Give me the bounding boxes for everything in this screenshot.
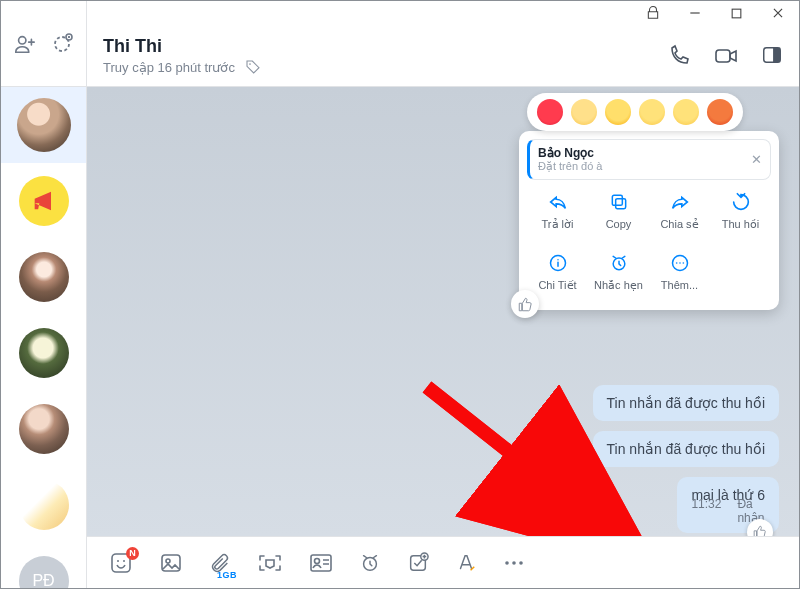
contact-card-icon[interactable] (309, 553, 333, 573)
svg-rect-22 (311, 555, 331, 571)
svg-rect-8 (612, 195, 622, 205)
attach-badge: 1GB (217, 570, 237, 580)
video-call-icon[interactable] (713, 44, 739, 68)
window-controls (87, 1, 799, 25)
menu-share[interactable]: Chia sẻ (649, 180, 710, 241)
create-group-icon[interactable] (50, 32, 74, 56)
svg-rect-4 (716, 50, 730, 62)
context-menu-grid: Trả lời Copy Chia sẻ Thu hồi Chi Tiết Nh… (527, 180, 771, 302)
svg-point-3 (249, 63, 251, 65)
contact-item-7[interactable]: PĐ (1, 543, 86, 588)
task-icon[interactable] (407, 552, 429, 574)
avatar: PĐ (19, 556, 69, 588)
avatar (17, 98, 71, 152)
copy-icon (607, 190, 631, 214)
tag-icon[interactable] (245, 59, 261, 75)
rail-top-actions (1, 1, 86, 87)
image-icon[interactable] (159, 551, 183, 575)
avatar (19, 176, 69, 226)
last-seen-text: Truy cập 16 phút trước (103, 60, 235, 75)
lock-icon[interactable] (646, 6, 660, 20)
quote-text: Đặt trên đó à (538, 160, 602, 173)
main-column: Thi Thi Truy cập 16 phút trước (87, 1, 799, 588)
svg-point-19 (123, 560, 125, 562)
app-window: PĐ Thi Thi Truy cập 16 phút trước (0, 0, 800, 589)
close-icon[interactable] (771, 6, 785, 20)
contact-item-1[interactable] (1, 87, 86, 163)
sticker-badge: N (126, 547, 139, 560)
svg-point-14 (682, 262, 684, 264)
attach-icon[interactable]: 1GB (209, 552, 231, 574)
more-icon (668, 251, 692, 275)
message-column: Tin nhắn đã được thu hồi Tin nhắn đã đượ… (593, 385, 779, 533)
menu-like-icon[interactable] (511, 290, 539, 318)
recalled-message[interactable]: Tin nhắn đã được thu hồi (593, 385, 779, 421)
maximize-icon[interactable] (730, 7, 743, 20)
avatar (19, 252, 69, 302)
menu-detail[interactable]: Chi Tiết (527, 241, 588, 302)
svg-point-13 (679, 262, 681, 264)
recall-icon (729, 190, 753, 214)
contact-item-3[interactable] (1, 239, 86, 315)
left-rail: PĐ (1, 1, 87, 588)
svg-rect-20 (162, 555, 180, 571)
contact-list: PĐ (1, 87, 86, 588)
menu-copy[interactable]: Copy (588, 180, 649, 241)
alarm-icon (607, 251, 631, 275)
reaction-bar (527, 93, 743, 131)
chat-area: Bảo Ngọc Đặt trên đó à ✕ Trả lời Copy Ch… (87, 87, 799, 536)
svg-point-30 (519, 561, 523, 565)
reaction-angry-icon[interactable] (707, 99, 733, 125)
screenshot-icon[interactable] (257, 552, 283, 574)
chat-subtitle: Truy cập 16 phút trước (103, 59, 651, 75)
composer-bar: N 1GB (87, 536, 799, 588)
minimize-icon[interactable] (688, 6, 702, 20)
menu-reply[interactable]: Trả lời (527, 180, 588, 241)
header-actions (667, 44, 783, 68)
voice-call-icon[interactable] (667, 44, 691, 68)
svg-point-23 (315, 558, 320, 563)
avatar (19, 328, 69, 378)
contact-item-6[interactable] (1, 467, 86, 543)
svg-point-18 (117, 560, 119, 562)
avatar (19, 480, 69, 530)
reaction-laugh-icon[interactable] (605, 99, 631, 125)
svg-point-29 (512, 561, 516, 565)
quote-author: Bảo Ngọc (538, 146, 602, 160)
contact-item-4[interactable] (1, 315, 86, 391)
svg-point-21 (166, 559, 170, 563)
svg-rect-6 (774, 47, 780, 62)
message-context-menu: Bảo Ngọc Đặt trên đó à ✕ Trả lời Copy Ch… (519, 131, 779, 310)
sticker-icon[interactable]: N (109, 551, 133, 575)
composer-more-icon[interactable] (503, 559, 525, 567)
menu-recall[interactable]: Thu hồi (710, 180, 771, 241)
share-icon (668, 190, 692, 214)
reaction-wow-icon[interactable] (639, 99, 665, 125)
quote-close-icon[interactable]: ✕ (751, 152, 762, 167)
context-quote: Bảo Ngọc Đặt trên đó à ✕ (527, 139, 771, 180)
menu-remind[interactable]: Nhắc hẹn (588, 241, 649, 302)
sidebar-toggle-icon[interactable] (761, 44, 783, 68)
reaction-like-icon[interactable] (571, 99, 597, 125)
add-contact-icon[interactable] (14, 33, 36, 55)
svg-point-12 (675, 262, 677, 264)
chat-title: Thi Thi (103, 36, 651, 57)
svg-rect-2 (732, 9, 741, 18)
format-icon[interactable] (455, 552, 477, 574)
reaction-heart-icon[interactable] (537, 99, 563, 125)
recalled-message[interactable]: Tin nhắn đã được thu hồi (593, 431, 779, 467)
annotation-highlight (592, 534, 630, 536)
contact-item-5[interactable] (1, 391, 86, 467)
avatar (19, 404, 69, 454)
svg-point-28 (505, 561, 509, 565)
chat-header: Thi Thi Truy cập 16 phút trước (87, 25, 799, 87)
info-icon (546, 251, 570, 275)
context-popup-wrap: Bảo Ngọc Đặt trên đó à ✕ Trả lời Copy Ch… (519, 93, 779, 310)
menu-more[interactable]: Thêm... (649, 241, 710, 302)
reminder-icon[interactable] (359, 552, 381, 574)
reaction-sad-icon[interactable] (673, 99, 699, 125)
svg-rect-7 (615, 199, 625, 209)
last-message[interactable]: mai là thứ 6 11:32 Đã nhận (677, 477, 779, 533)
contact-item-2[interactable] (1, 163, 86, 239)
reply-icon (546, 190, 570, 214)
